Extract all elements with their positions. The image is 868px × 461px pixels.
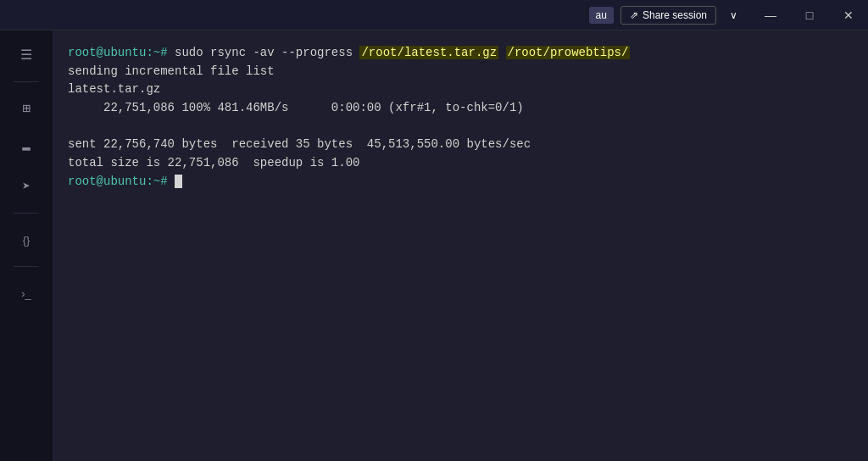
terminal-cursor xyxy=(175,175,182,188)
grid-icon: ⊞ xyxy=(22,100,31,117)
sidebar-item-code[interactable]: {} xyxy=(8,224,45,256)
folder-icon: ▬ xyxy=(22,140,31,155)
share-label: Share session xyxy=(643,9,707,21)
main-area: ☰ ⊞ ▬ ➤ {} ›_ root@ubuntu:~# sudo rsync … xyxy=(0,31,868,461)
sidebar-item-grid[interactable]: ⊞ xyxy=(8,92,45,125)
terminal-icon: ›_ xyxy=(21,287,31,300)
output-line-blank xyxy=(68,118,853,136)
terminal-panel[interactable]: root@ubuntu:~# sudo rsync -av --progress… xyxy=(53,31,868,461)
chevron-down-icon: ∨ xyxy=(730,9,737,21)
command-highlight-1: /root/latest.tar.gz xyxy=(359,46,498,59)
output-line-2: latest.tar.gz xyxy=(68,81,853,99)
command-line-prompt: root@ubuntu:~# xyxy=(68,173,853,192)
sidebar-item-terminal[interactable]: ›_ xyxy=(8,277,45,309)
output-line-1: sending incremental file list xyxy=(68,63,853,81)
command-line-1: root@ubuntu:~# sudo rsync -av --progress… xyxy=(68,44,853,63)
terminal-prompt-1: root@ubuntu:~# xyxy=(68,46,168,59)
code-icon: {} xyxy=(23,234,31,247)
command-text-2 xyxy=(498,46,505,59)
terminal-prompt-current: root@ubuntu:~# xyxy=(68,175,168,188)
sidebar-divider-2 xyxy=(14,213,39,214)
close-button[interactable]: ✕ xyxy=(829,0,868,31)
sidebar-item-folder[interactable]: ▬ xyxy=(8,131,45,164)
forward-icon: ➤ xyxy=(22,178,31,195)
menu-icon: ☰ xyxy=(20,47,32,64)
sidebar-item-forward[interactable]: ➤ xyxy=(8,170,45,203)
share-icon: ⇗ xyxy=(630,9,638,21)
share-session-button[interactable]: ⇗ Share session xyxy=(620,6,716,25)
chevron-down-button[interactable]: ∨ xyxy=(725,7,743,24)
command-highlight-2: /root/prowebtips/ xyxy=(506,46,631,59)
titlebar: au ⇗ Share session ∨ — □ ✕ xyxy=(0,0,868,31)
sidebar-divider xyxy=(14,81,39,82)
user-badge: au xyxy=(589,7,614,24)
output-line-4: sent 22,756,740 bytes received 35 bytes … xyxy=(68,136,853,154)
sidebar-divider-3 xyxy=(14,266,39,267)
sidebar-item-menu[interactable]: ☰ xyxy=(8,39,45,71)
command-text-1: sudo rsync -av --progress xyxy=(175,46,359,59)
window-controls: — □ ✕ xyxy=(751,0,868,31)
output-line-3: 22,751,086 100% 481.46MB/s 0:00:00 (xfr#… xyxy=(68,99,853,118)
maximize-button[interactable]: □ xyxy=(790,0,829,31)
sidebar: ☰ ⊞ ▬ ➤ {} ›_ xyxy=(0,31,53,461)
minimize-button[interactable]: — xyxy=(751,0,790,31)
output-line-5: total size is 22,751,086 speedup is 1.00 xyxy=(68,154,853,173)
titlebar-right: au ⇗ Share session ∨ — □ ✕ xyxy=(589,0,868,31)
